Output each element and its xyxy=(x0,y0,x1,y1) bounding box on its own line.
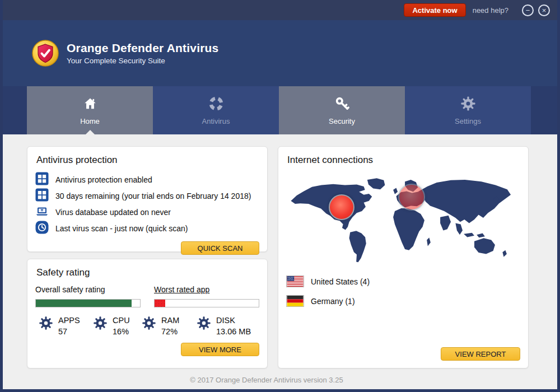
germany-flag xyxy=(286,295,304,307)
view-report-button[interactable]: VIEW REPORT xyxy=(441,347,520,361)
stat-apps: APPS 57 xyxy=(39,316,93,336)
titlebar: Activate now need help? − × xyxy=(3,0,557,20)
lifebuoy-icon xyxy=(208,95,225,112)
status-item: Virus database updated on never xyxy=(35,204,259,220)
gear-icon xyxy=(142,316,156,333)
connection-label: United States (4) xyxy=(311,277,370,286)
europe-connection-marker xyxy=(398,184,425,211)
tab-home[interactable]: Home xyxy=(27,86,153,134)
gear-icon xyxy=(39,316,53,333)
activate-now-button[interactable]: Activate now xyxy=(404,3,465,17)
windows-icon xyxy=(35,172,49,188)
quick-scan-button[interactable]: QUICK SCAN xyxy=(181,241,259,255)
safety-rating-panel: Safety rating Overall safety rating Wors… xyxy=(27,259,268,368)
stat-value: 13.06 MB xyxy=(216,327,251,336)
system-stats: APPS 57 xyxy=(35,316,259,336)
stat-value: 72% xyxy=(161,327,179,336)
tab-bar: Home Antivirus Security xyxy=(3,86,557,134)
stat-disk: DISK 13.06 MB xyxy=(197,316,251,336)
internet-connections-panel: Internet connections xyxy=(278,146,529,368)
status-text: 30 days remaining (your trial ends on Fe… xyxy=(55,192,251,200)
overall-rating-label: Overall safety rating xyxy=(35,285,141,294)
stat-label: RAM xyxy=(161,316,179,325)
status-text: Last virus scan - just now (quick scan) xyxy=(55,224,188,233)
panel-title: Internet connections xyxy=(287,155,520,166)
gear-icon xyxy=(93,316,108,333)
stat-label: APPS xyxy=(58,316,80,325)
tab-security[interactable]: Security xyxy=(279,86,405,134)
app-subtitle: Your Complete Security Suite xyxy=(67,57,218,65)
stat-cpu: CPU 16% xyxy=(93,316,142,336)
home-icon xyxy=(83,95,97,112)
us-connection-marker xyxy=(329,194,354,220)
stat-label: CPU xyxy=(113,316,130,325)
status-item: Last virus scan - just now (quick scan) xyxy=(35,220,259,236)
status-item: Antivirus protection enabled xyxy=(35,171,259,188)
tab-settings[interactable]: Settings xyxy=(405,86,531,134)
app-header: Orange Defender Antivirus Your Complete … xyxy=(3,20,557,86)
tab-antivirus[interactable]: Antivirus xyxy=(153,86,279,134)
minimize-button[interactable]: − xyxy=(522,4,534,16)
left-column: Antivirus protection Antivirus protectio… xyxy=(27,146,268,368)
us-flag xyxy=(286,276,304,287)
app-window: Activate now need help? − × xyxy=(0,0,560,392)
stat-value: 57 xyxy=(58,327,80,336)
key-icon xyxy=(334,95,350,112)
overall-rating-bar xyxy=(35,299,141,307)
tab-settings-label: Settings xyxy=(455,117,481,125)
panel-title: Antivirus protection xyxy=(36,155,259,166)
connection-row-us: United States (4) xyxy=(286,276,520,287)
need-help-link[interactable]: need help? xyxy=(473,6,508,15)
status-text: Virus database updated on never xyxy=(55,208,171,217)
worst-rated-app-link[interactable]: Worst rated app xyxy=(154,285,259,294)
view-more-button[interactable]: VIEW MORE xyxy=(181,343,259,356)
status-text: Antivirus protection enabled xyxy=(55,175,152,184)
copyright-footer: © 2017 Orange Defender Antivirus version… xyxy=(3,376,530,384)
app-title: Orange Defender Antivirus xyxy=(67,41,218,55)
shield-logo-icon xyxy=(32,40,59,67)
laptop-icon xyxy=(35,204,49,220)
clock-icon xyxy=(35,221,49,236)
active-tab-indicator xyxy=(86,130,95,134)
tab-security-label: Security xyxy=(329,117,355,125)
stat-label: DISK xyxy=(216,316,251,325)
windows-icon xyxy=(35,188,49,204)
gear-icon xyxy=(460,95,476,112)
right-column: Internet connections xyxy=(278,146,529,368)
header-titles: Orange Defender Antivirus Your Complete … xyxy=(67,41,218,65)
connection-row-germany: Germany (1) xyxy=(286,295,520,307)
antivirus-protection-panel: Antivirus protection Antivirus protectio… xyxy=(27,146,268,252)
stat-value: 16% xyxy=(113,327,130,336)
tab-home-label: Home xyxy=(80,117,100,125)
connection-label: Germany (1) xyxy=(311,297,355,306)
connection-list: United States (4) Germany (1) xyxy=(286,276,520,315)
overall-rating-fill xyxy=(36,300,132,307)
panel-title: Safety rating xyxy=(36,267,259,278)
worst-app-fill xyxy=(155,300,165,307)
close-button[interactable]: × xyxy=(538,4,550,16)
world-map xyxy=(286,172,521,267)
worst-app-bar xyxy=(154,299,259,307)
gear-icon xyxy=(197,316,211,333)
stat-ram: RAM 72% xyxy=(142,316,197,336)
main-content: Antivirus protection Antivirus protectio… xyxy=(3,134,557,389)
tab-antivirus-label: Antivirus xyxy=(202,117,230,125)
status-item: 30 days remaining (your trial ends on Fe… xyxy=(35,188,259,204)
